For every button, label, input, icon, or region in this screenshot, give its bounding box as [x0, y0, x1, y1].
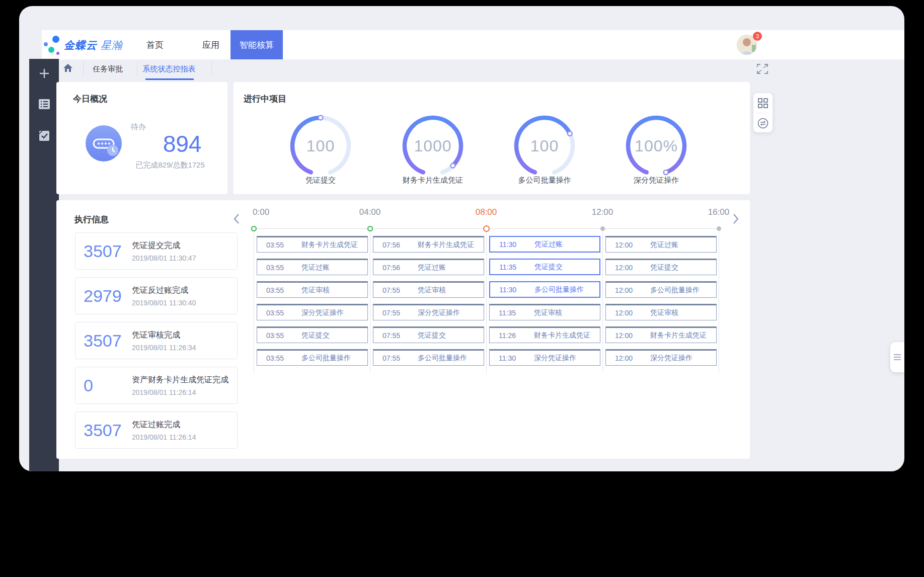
event-label: 凭证提交 — [534, 263, 563, 272]
event-time: 11:35 — [499, 263, 530, 271]
event-item[interactable]: 07:55凭证提交 — [373, 326, 484, 343]
stat-card-3[interactable]: 3507凭证审核完成2019/08/01 11:26:34 — [75, 322, 238, 359]
timeline-dot-gray — [600, 226, 605, 231]
timeline-tick-label: 0:00 — [253, 207, 293, 218]
clipboard-check-icon[interactable] — [38, 130, 50, 142]
gauge-2: 1000 — [400, 113, 466, 179]
event-label: 凭证审核 — [534, 308, 562, 317]
event-item[interactable]: 07:56财务卡片生成凭证 — [373, 236, 484, 253]
dashboard-grid-button[interactable] — [753, 93, 773, 113]
column-separator — [370, 228, 370, 373]
stat-datetime: 2019/08/01 11:30:40 — [132, 299, 196, 307]
event-item[interactable]: 11:35凭证提交 — [489, 259, 600, 275]
event-time: 07:55 — [382, 332, 414, 340]
gauge-value: 100% — [624, 113, 689, 179]
event-column-4: 12:00凭证过账12:00凭证提交12:00多公司批量操作12:00凭证审核1… — [605, 236, 717, 366]
plus-icon[interactable] — [38, 67, 50, 79]
stat-datetime: 2019/08/01 11:30:47 — [132, 254, 196, 262]
timeline-dot-gray — [717, 226, 721, 231]
event-item[interactable]: 12:00财务卡片生成凭证 — [605, 326, 717, 343]
event-time: 12:00 — [615, 241, 646, 249]
stat-text: 凭证提交完成2019/08/01 11:30:47 — [132, 240, 196, 262]
fullscreen-expand-icon[interactable] — [757, 64, 768, 74]
event-item[interactable]: 11:26财务卡片生成凭证 — [489, 326, 600, 343]
timeline-tick-label: 04:00 — [350, 207, 390, 218]
event-item[interactable]: 07:55多公司批量操作 — [373, 349, 484, 366]
event-label: 财务卡片生成凭证 — [418, 240, 474, 250]
gauge-value: 1000 — [400, 113, 466, 179]
stat-card-2[interactable]: 2979凭证反过账完成2019/08/01 11:30:40 — [75, 277, 238, 314]
event-item[interactable]: 03:55凭证审核 — [257, 281, 368, 298]
stat-card-1[interactable]: 3507凭证提交完成2019/08/01 11:30:47 — [75, 232, 238, 270]
event-item[interactable]: 03:55凭证提交 — [257, 326, 368, 343]
edge-drawer-tab[interactable] — [890, 342, 904, 372]
event-item[interactable]: 07:55深分凭证操作 — [373, 304, 484, 320]
event-label: 多公司批量操作 — [418, 354, 467, 363]
event-label: 深分凭证操作 — [301, 308, 344, 317]
event-time: 03:55 — [266, 241, 297, 249]
event-item[interactable]: 12:00凭证提交 — [605, 259, 717, 275]
nav-item-home[interactable]: 首页 — [140, 30, 170, 59]
execution-card-title: 执行信息 — [74, 214, 109, 225]
gauge-value: 100 — [288, 113, 353, 179]
timeline-dot-green — [251, 226, 257, 231]
tab-separator — [83, 62, 84, 75]
event-time: 12:00 — [615, 264, 646, 272]
event-time: 12:00 — [615, 309, 646, 317]
gauge-1: 100 — [288, 113, 353, 179]
tab-task-approval[interactable]: 任务审批 — [93, 62, 123, 75]
event-time: 11:35 — [499, 309, 530, 317]
stat-value: 3507 — [84, 421, 132, 440]
event-item[interactable]: 11:30多公司批量操作 — [489, 281, 600, 298]
event-label: 财务卡片生成凭证 — [534, 331, 590, 340]
event-item[interactable]: 11:35凭证审核 — [489, 304, 600, 320]
event-time: 07:56 — [382, 241, 414, 249]
event-label: 凭证提交 — [418, 331, 446, 340]
gauge-label: 多公司批量操作 — [489, 176, 600, 185]
event-label: 深分凭证操作 — [418, 308, 460, 317]
avatar[interactable]: 3 — [737, 35, 757, 55]
stat-text: 凭证审核完成2019/08/01 11:26:34 — [132, 330, 196, 352]
event-item[interactable]: 11:30凭证过账 — [489, 236, 600, 253]
stat-title: 凭证提交完成 — [132, 240, 196, 251]
event-item[interactable]: 03:55多公司批量操作 — [257, 349, 368, 366]
event-label: 凭证提交 — [301, 331, 330, 340]
event-label: 多公司批量操作 — [301, 354, 351, 363]
tab-system-status-active[interactable]: 系统状态控指表 — [139, 62, 199, 75]
projects-card-title: 进行中项目 — [244, 93, 286, 105]
event-label: 深分凭证操作 — [534, 354, 576, 363]
event-item[interactable]: 12:00多公司批量操作 — [605, 281, 717, 298]
event-item[interactable]: 11:30深分凭证操作 — [489, 349, 600, 366]
event-item[interactable]: 12:00深分凭证操作 — [605, 349, 717, 366]
stat-card-4[interactable]: 0资产财务卡片生成凭证完成2019/08/01 11:26:14 — [75, 367, 238, 404]
event-item[interactable]: 03:55深分凭证操作 — [257, 304, 368, 320]
stat-value: 2979 — [84, 286, 132, 306]
chevron-left-icon[interactable] — [233, 213, 241, 225]
event-item[interactable]: 12:00凭证审核 — [605, 304, 717, 320]
timeline-dot-orange — [483, 225, 490, 232]
top-header: 金蝶云 星瀚 首页 应用 智能核算 3 — [42, 30, 904, 59]
event-item[interactable]: 12:00凭证过账 — [605, 236, 717, 253]
timeline-tick-label: 08:00 — [466, 207, 506, 218]
swap-circle-icon — [757, 118, 768, 129]
event-label: 财务卡片生成凭证 — [650, 331, 707, 340]
event-time: 03:55 — [266, 332, 297, 340]
home-icon[interactable] — [63, 64, 72, 72]
stat-card-5[interactable]: 3507凭证过账完成2019/08/01 11:26:14 — [75, 411, 238, 449]
logo-text-bold: 金蝶云 — [64, 39, 97, 51]
tab-separator — [211, 62, 212, 75]
column-separator — [254, 228, 254, 373]
todo-summary: 已完成829/总数1725 — [120, 160, 220, 170]
nav-item-smart-accounting-active[interactable]: 智能核算 — [230, 30, 283, 59]
nav-item-apps[interactable]: 应用 — [196, 30, 226, 59]
list-icon[interactable] — [38, 98, 50, 110]
event-item[interactable]: 03:55财务卡片生成凭证 — [257, 236, 368, 253]
event-item[interactable]: 03:55凭证过账 — [257, 259, 368, 275]
event-item[interactable]: 07:56凭证过账 — [373, 259, 484, 275]
event-item[interactable]: 07:55凭证审核 — [373, 281, 484, 298]
execution-info-card: 执行信息 3507凭证提交完成2019/08/01 11:30:472979凭证… — [56, 200, 750, 459]
gauge-label: 深分凭证操作 — [601, 176, 712, 185]
today-card-title: 今日概况 — [73, 93, 107, 105]
event-time: 03:55 — [266, 286, 297, 294]
swap-circle-button[interactable] — [753, 113, 773, 133]
